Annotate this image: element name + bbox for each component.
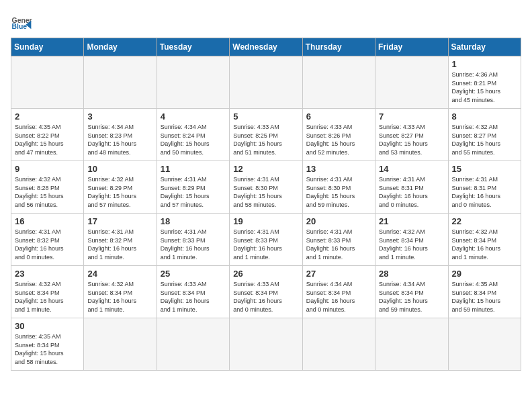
calendar-day-cell: 24Sunrise: 4:32 AM Sunset: 8:34 PM Dayli… — [84, 266, 157, 318]
calendar-day-cell — [230, 56, 302, 109]
day-number: 28 — [379, 269, 444, 279]
day-info: Sunrise: 4:34 AM Sunset: 8:23 PM Dayligh… — [87, 123, 152, 156]
calendar-day-cell — [84, 318, 157, 371]
calendar-day-cell: 9Sunrise: 4:32 AM Sunset: 8:28 PM Daylig… — [11, 161, 84, 214]
day-info: Sunrise: 4:32 AM Sunset: 8:34 PM Dayligh… — [452, 228, 517, 261]
day-number: 15 — [452, 164, 517, 174]
day-number: 17 — [87, 216, 152, 226]
day-number: 23 — [15, 269, 80, 279]
calendar-day-cell — [157, 318, 229, 371]
day-info: Sunrise: 4:35 AM Sunset: 8:34 PM Dayligh… — [15, 332, 80, 366]
calendar-day-cell: 12Sunrise: 4:31 AM Sunset: 8:30 PM Dayli… — [230, 161, 302, 214]
weekday-header-saturday: Saturday — [448, 38, 521, 56]
calendar-day-cell: 11Sunrise: 4:31 AM Sunset: 8:29 PM Dayli… — [157, 161, 229, 214]
calendar-day-cell — [375, 56, 448, 109]
day-number: 9 — [15, 164, 80, 174]
calendar-week-1: 1Sunrise: 4:36 AM Sunset: 8:21 PM Daylig… — [11, 56, 521, 109]
calendar-day-cell: 25Sunrise: 4:33 AM Sunset: 8:34 PM Dayli… — [157, 266, 229, 318]
calendar-day-cell: 16Sunrise: 4:31 AM Sunset: 8:32 PM Dayli… — [11, 214, 84, 266]
calendar-day-cell: 29Sunrise: 4:35 AM Sunset: 8:34 PM Dayli… — [448, 266, 521, 318]
day-info: Sunrise: 4:33 AM Sunset: 8:26 PM Dayligh… — [306, 123, 371, 156]
calendar-day-cell — [448, 318, 521, 371]
day-number: 21 — [379, 216, 444, 226]
calendar-week-4: 16Sunrise: 4:31 AM Sunset: 8:32 PM Dayli… — [11, 214, 521, 266]
calendar-day-cell: 22Sunrise: 4:32 AM Sunset: 8:34 PM Dayli… — [448, 214, 521, 266]
calendar-day-cell: 21Sunrise: 4:32 AM Sunset: 8:34 PM Dayli… — [375, 214, 448, 266]
day-number: 2 — [15, 111, 80, 122]
day-info: Sunrise: 4:33 AM Sunset: 8:34 PM Dayligh… — [161, 280, 226, 314]
calendar-day-cell — [84, 56, 157, 109]
calendar-day-cell: 26Sunrise: 4:33 AM Sunset: 8:34 PM Dayli… — [230, 266, 302, 318]
day-number: 6 — [306, 111, 371, 122]
day-info: Sunrise: 4:31 AM Sunset: 8:32 PM Dayligh… — [87, 228, 152, 261]
day-info: Sunrise: 4:36 AM Sunset: 8:21 PM Dayligh… — [452, 71, 517, 104]
day-number: 1 — [452, 59, 517, 69]
day-info: Sunrise: 4:31 AM Sunset: 8:31 PM Dayligh… — [379, 175, 444, 209]
calendar-day-cell — [302, 56, 375, 109]
calendar-day-cell: 30Sunrise: 4:35 AM Sunset: 8:34 PM Dayli… — [11, 318, 84, 371]
calendar-day-cell — [11, 56, 84, 109]
calendar-day-cell: 5Sunrise: 4:33 AM Sunset: 8:25 PM Daylig… — [230, 109, 302, 161]
calendar-day-cell: 13Sunrise: 4:31 AM Sunset: 8:30 PM Dayli… — [302, 161, 375, 214]
day-info: Sunrise: 4:35 AM Sunset: 8:34 PM Dayligh… — [452, 280, 517, 314]
calendar-day-cell: 6Sunrise: 4:33 AM Sunset: 8:26 PM Daylig… — [302, 109, 375, 161]
day-info: Sunrise: 4:31 AM Sunset: 8:33 PM Dayligh… — [306, 228, 371, 261]
day-number: 14 — [379, 164, 444, 174]
day-info: Sunrise: 4:33 AM Sunset: 8:27 PM Dayligh… — [379, 123, 444, 156]
calendar-day-cell: 23Sunrise: 4:32 AM Sunset: 8:34 PM Dayli… — [11, 266, 84, 318]
calendar-day-cell: 27Sunrise: 4:34 AM Sunset: 8:34 PM Dayli… — [302, 266, 375, 318]
day-info: Sunrise: 4:31 AM Sunset: 8:30 PM Dayligh… — [306, 175, 371, 209]
calendar-day-cell: 19Sunrise: 4:31 AM Sunset: 8:33 PM Dayli… — [230, 214, 302, 266]
day-info: Sunrise: 4:31 AM Sunset: 8:29 PM Dayligh… — [161, 175, 226, 209]
calendar-day-cell: 7Sunrise: 4:33 AM Sunset: 8:27 PM Daylig… — [375, 109, 448, 161]
day-info: Sunrise: 4:31 AM Sunset: 8:33 PM Dayligh… — [233, 228, 298, 261]
weekday-header-tuesday: Tuesday — [157, 38, 229, 56]
calendar-day-cell: 17Sunrise: 4:31 AM Sunset: 8:32 PM Dayli… — [84, 214, 157, 266]
day-info: Sunrise: 4:32 AM Sunset: 8:34 PM Dayligh… — [379, 228, 444, 261]
day-info: Sunrise: 4:31 AM Sunset: 8:31 PM Dayligh… — [452, 175, 517, 209]
day-number: 12 — [233, 164, 298, 174]
calendar-day-cell: 20Sunrise: 4:31 AM Sunset: 8:33 PM Dayli… — [302, 214, 375, 266]
day-number: 5 — [233, 111, 298, 122]
calendar-day-cell: 15Sunrise: 4:31 AM Sunset: 8:31 PM Dayli… — [448, 161, 521, 214]
day-info: Sunrise: 4:32 AM Sunset: 8:29 PM Dayligh… — [87, 175, 152, 209]
day-number: 11 — [161, 164, 226, 174]
calendar-day-cell: 28Sunrise: 4:34 AM Sunset: 8:34 PM Dayli… — [375, 266, 448, 318]
calendar-day-cell — [302, 318, 375, 371]
calendar-day-cell: 8Sunrise: 4:32 AM Sunset: 8:27 PM Daylig… — [448, 109, 521, 161]
day-info: Sunrise: 4:31 AM Sunset: 8:33 PM Dayligh… — [161, 228, 226, 261]
day-number: 19 — [233, 216, 298, 226]
calendar-day-cell: 10Sunrise: 4:32 AM Sunset: 8:29 PM Dayli… — [84, 161, 157, 214]
calendar-day-cell — [375, 318, 448, 371]
day-number: 20 — [306, 216, 371, 226]
calendar-week-6: 30Sunrise: 4:35 AM Sunset: 8:34 PM Dayli… — [11, 318, 521, 371]
day-info: Sunrise: 4:34 AM Sunset: 8:34 PM Dayligh… — [306, 280, 371, 314]
day-info: Sunrise: 4:34 AM Sunset: 8:24 PM Dayligh… — [161, 123, 226, 156]
calendar-day-cell — [230, 318, 302, 371]
calendar-day-cell: 18Sunrise: 4:31 AM Sunset: 8:33 PM Dayli… — [157, 214, 229, 266]
calendar-day-cell — [157, 56, 229, 109]
day-number: 25 — [161, 269, 226, 279]
calendar-week-5: 23Sunrise: 4:32 AM Sunset: 8:34 PM Dayli… — [11, 266, 521, 318]
day-info: Sunrise: 4:32 AM Sunset: 8:34 PM Dayligh… — [15, 280, 80, 314]
weekday-header-monday: Monday — [84, 38, 157, 56]
day-info: Sunrise: 4:35 AM Sunset: 8:22 PM Dayligh… — [15, 123, 80, 156]
day-number: 3 — [87, 111, 152, 122]
day-number: 16 — [15, 216, 80, 226]
day-number: 18 — [161, 216, 226, 226]
weekday-header-row: SundayMondayTuesdayWednesdayThursdayFrid… — [11, 38, 521, 56]
logo: General Blue — [11, 11, 32, 32]
calendar-day-cell: 4Sunrise: 4:34 AM Sunset: 8:24 PM Daylig… — [157, 109, 229, 161]
weekday-header-sunday: Sunday — [11, 38, 84, 56]
day-number: 13 — [306, 164, 371, 174]
day-info: Sunrise: 4:32 AM Sunset: 8:34 PM Dayligh… — [87, 280, 152, 314]
day-number: 26 — [233, 269, 298, 279]
day-info: Sunrise: 4:33 AM Sunset: 8:25 PM Dayligh… — [233, 123, 298, 156]
calendar-table: SundayMondayTuesdayWednesdayThursdayFrid… — [11, 38, 521, 371]
weekday-header-friday: Friday — [375, 38, 448, 56]
day-number: 27 — [306, 269, 371, 279]
day-number: 29 — [452, 269, 517, 279]
logo-icon: General Blue — [11, 11, 32, 32]
day-number: 7 — [379, 111, 444, 122]
day-info: Sunrise: 4:33 AM Sunset: 8:34 PM Dayligh… — [233, 280, 298, 314]
